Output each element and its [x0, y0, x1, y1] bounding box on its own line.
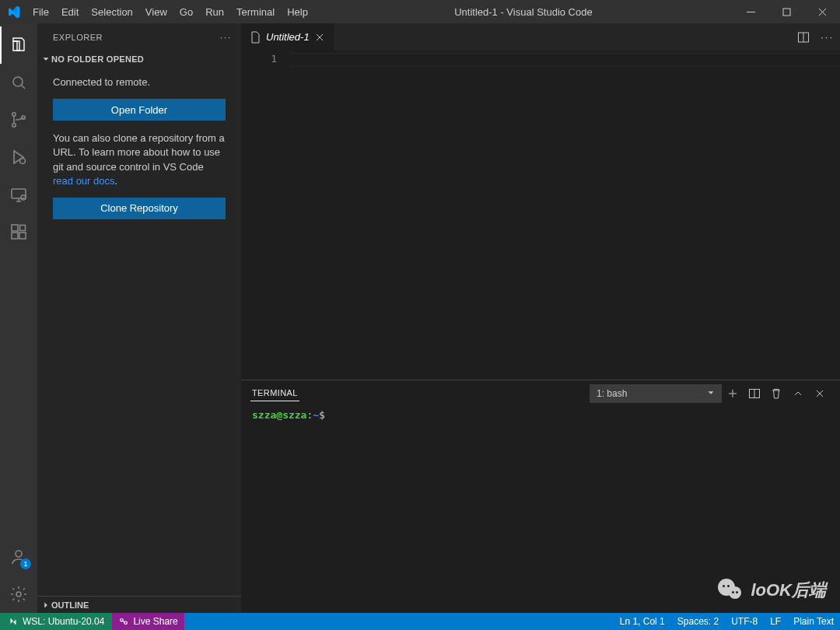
remote-indicator[interactable]: WSL: Ubuntu-20.04 — [0, 613, 112, 630]
open-folder-button[interactable]: Open Folder — [53, 99, 226, 121]
new-terminal-icon[interactable] — [722, 383, 744, 404]
svg-point-3 — [12, 113, 16, 116]
svg-point-2 — [13, 77, 23, 86]
svg-rect-0 — [747, 12, 755, 12]
extensions-icon[interactable] — [0, 213, 37, 250]
terminal-panel: TERMINAL 1: bash — [241, 380, 840, 613]
search-icon[interactable] — [0, 64, 37, 101]
explorer-icon[interactable] — [0, 26, 37, 64]
close-button[interactable] — [804, 0, 840, 23]
terminal-prompt-symbol: $ — [319, 409, 325, 421]
outline-section[interactable]: OUTLINE — [37, 596, 241, 613]
outline-label: OUTLINE — [51, 600, 89, 610]
svg-rect-9 — [12, 225, 18, 231]
settings-gear-icon[interactable] — [0, 576, 37, 613]
menu-selection[interactable]: Selection — [85, 0, 138, 23]
file-icon — [249, 31, 261, 44]
menu-go[interactable]: Go — [173, 0, 199, 23]
connected-text: Connected to remote. — [53, 75, 226, 89]
svg-point-18 — [124, 621, 128, 625]
activity-bar: 1 — [0, 23, 37, 613]
terminal-host: szza — [282, 409, 306, 421]
no-folder-section[interactable]: NO FOLDER OPENED — [37, 51, 241, 68]
window-title: Untitled-1 - Visual Studio Code — [314, 6, 733, 18]
maximize-button[interactable] — [768, 0, 804, 23]
eol-status[interactable]: LF — [764, 613, 787, 630]
menu-file[interactable]: File — [26, 0, 55, 23]
live-share-button[interactable]: Live Share — [112, 613, 184, 630]
close-panel-icon[interactable] — [809, 383, 831, 404]
live-share-label: Live Share — [133, 616, 177, 627]
sidebar-more-icon[interactable]: ··· — [220, 33, 232, 42]
sidebar-title: EXPLORER — [53, 33, 103, 42]
svg-point-14 — [16, 592, 21, 597]
svg-point-6 — [20, 159, 26, 164]
tab-label: Untitled-1 — [266, 31, 310, 43]
svg-rect-10 — [12, 233, 18, 239]
accounts-badge: 1 — [20, 558, 31, 569]
chevron-down-icon — [40, 54, 51, 65]
svg-rect-7 — [12, 189, 26, 198]
svg-rect-1 — [783, 9, 790, 16]
terminal-tab[interactable]: TERMINAL — [250, 385, 299, 401]
indentation-status[interactable]: Spaces: 2 — [671, 613, 725, 630]
active-line-highlight — [291, 53, 840, 67]
encoding-status[interactable]: UTF-8 — [725, 613, 764, 630]
tab-untitled-1[interactable]: Untitled-1 — [241, 23, 334, 51]
status-bar: WSL: Ubuntu-20.04 Live Share Ln 1, Col 1… — [0, 613, 840, 630]
split-editor-icon[interactable] — [797, 31, 810, 44]
remote-explorer-icon[interactable] — [0, 176, 37, 213]
split-terminal-icon[interactable] — [744, 383, 765, 404]
vscode-logo-icon — [0, 5, 26, 19]
svg-rect-11 — [19, 233, 26, 239]
svg-point-17 — [121, 619, 124, 622]
window-controls — [733, 0, 840, 23]
terminal-user: szza — [252, 409, 276, 421]
remote-label: WSL: Ubuntu-20.04 — [23, 616, 104, 627]
terminal-selector-label: 1: bash — [597, 388, 627, 399]
maximize-panel-icon[interactable] — [787, 383, 809, 404]
live-share-icon — [118, 616, 129, 627]
svg-point-13 — [16, 551, 22, 557]
editor-more-icon[interactable]: ··· — [821, 31, 834, 43]
menu-help[interactable]: Help — [281, 0, 314, 23]
text-editor[interactable] — [291, 51, 840, 380]
chevron-down-icon — [705, 387, 716, 398]
read-our-docs-link[interactable]: read our docs — [53, 175, 115, 187]
editor-zone: Untitled-1 ··· 1 TERMINAL — [241, 23, 840, 613]
remote-icon — [8, 616, 19, 627]
terminal-body[interactable]: szza@szza:~$ — [241, 406, 840, 613]
menu-run[interactable]: Run — [199, 0, 230, 23]
tab-bar: Untitled-1 ··· — [241, 23, 840, 51]
accounts-icon[interactable]: 1 — [0, 538, 37, 576]
chevron-right-icon — [40, 600, 51, 611]
sidebar: EXPLORER ··· NO FOLDER OPENED Connected … — [37, 23, 241, 613]
menu-view[interactable]: View — [139, 0, 173, 23]
language-mode[interactable]: Plain Text — [787, 613, 840, 630]
source-control-icon[interactable] — [0, 101, 37, 138]
svg-point-8 — [21, 195, 26, 200]
svg-rect-12 — [20, 226, 26, 231]
svg-point-4 — [12, 124, 16, 127]
clone-help-text: You can also clone a repository from a U… — [53, 131, 226, 188]
terminal-path: ~ — [313, 409, 319, 421]
cursor-position[interactable]: Ln 1, Col 1 — [614, 613, 671, 630]
close-tab-icon[interactable] — [314, 32, 325, 43]
menu-bar: File Edit Selection View Go Run Terminal… — [26, 0, 314, 23]
clone-repository-button[interactable]: Clone Repository — [53, 198, 226, 219]
line-gutter: 1 — [241, 51, 291, 380]
kill-terminal-icon[interactable] — [765, 383, 787, 404]
title-bar: File Edit Selection View Go Run Terminal… — [0, 0, 840, 23]
menu-terminal[interactable]: Terminal — [230, 0, 281, 23]
menu-edit[interactable]: Edit — [55, 0, 85, 23]
no-folder-label: NO FOLDER OPENED — [51, 54, 144, 64]
line-number: 1 — [241, 53, 277, 65]
minimize-button[interactable] — [733, 0, 768, 23]
terminal-selector[interactable]: 1: bash — [590, 384, 722, 403]
run-debug-icon[interactable] — [0, 138, 37, 176]
